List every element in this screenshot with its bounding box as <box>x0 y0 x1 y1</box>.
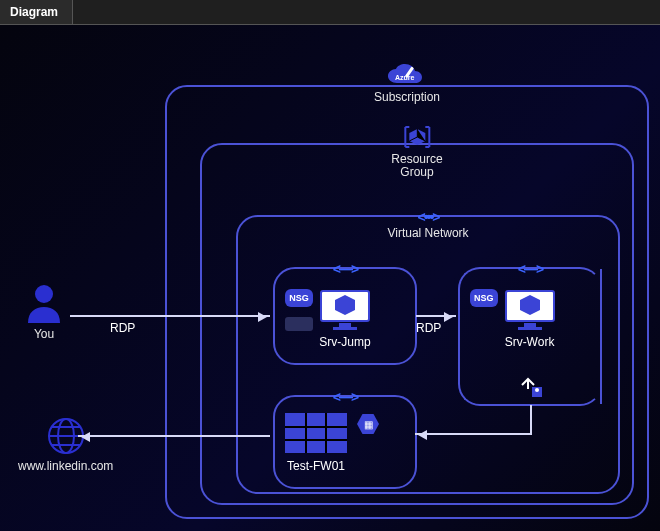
cloud-pencil-icon: Azure <box>385 63 429 89</box>
firewall-name: Test-FW01 <box>287 459 345 473</box>
subnet-arrows-icon: <—> <box>333 389 357 405</box>
node-user: You <box>25 283 63 341</box>
label-rdp-1: RDP <box>110 321 135 335</box>
svg-point-10 <box>35 285 53 303</box>
tab-bar: Diagram <box>0 0 660 25</box>
link-work-to-firewall <box>415 433 532 435</box>
website-label: www.linkedin.com <box>18 459 113 473</box>
svg-text:Azure: Azure <box>395 74 415 81</box>
arrow-user-to-jump <box>70 315 270 317</box>
svg-rect-3 <box>339 323 351 327</box>
user-label: You <box>34 327 54 341</box>
vnet-label: Virtual Network <box>387 227 468 240</box>
svg-rect-6 <box>524 323 536 327</box>
diagram-canvas: Azure Subscription Resource Group <•••> … <box>0 25 660 531</box>
management-icon <box>518 377 544 399</box>
node-website: www.linkedin.com <box>18 417 113 473</box>
disk-icon <box>285 317 313 331</box>
arrow-jump-to-work <box>416 315 456 317</box>
nsg-badge: NSG <box>285 289 313 307</box>
monitor-vm-icon <box>504 289 556 331</box>
vm-name-work: Srv-Work <box>505 335 555 349</box>
svg-rect-7 <box>518 327 542 330</box>
subnet-jump: <—> NSG Srv-Jump <box>273 267 417 365</box>
subscription-label: Subscription <box>374 91 440 104</box>
cube-bracket-icon <box>399 123 435 151</box>
tab-diagram[interactable]: Diagram <box>0 0 73 24</box>
svg-rect-4 <box>333 327 357 330</box>
monitor-vm-icon <box>319 289 371 331</box>
nsg-badge: NSG <box>470 289 498 307</box>
subnet-arrows-icon: <—> <box>518 261 542 277</box>
label-rdp-2: RDP <box>416 321 441 335</box>
vm-name-jump: Srv-Jump <box>319 335 370 349</box>
svg-point-9 <box>535 388 539 392</box>
subnet-arrows-icon: <•••> <box>417 209 438 225</box>
link-work-down <box>530 405 532 433</box>
subnet-arrows-icon: <—> <box>333 261 357 277</box>
firewall-icon <box>285 413 347 453</box>
arrow-firewall-to-web <box>78 435 270 437</box>
public-ip-icon: ▦ <box>357 413 379 435</box>
subnet-firewall: <—> Test-FW01 ▦ <box>273 395 417 489</box>
resource-group-label: Resource Group <box>391 153 442 179</box>
person-icon <box>25 283 63 323</box>
